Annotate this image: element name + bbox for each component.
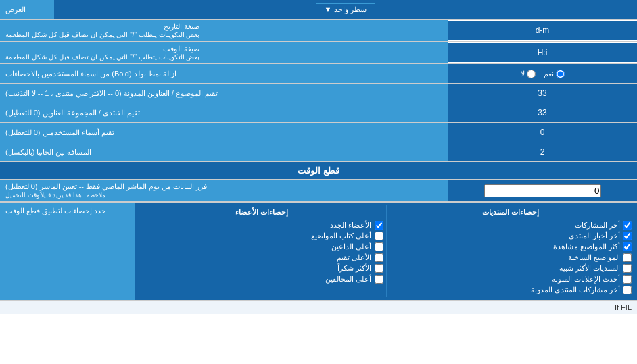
bold-remove-yes-label[interactable]: نعم bbox=[544, 70, 565, 78]
time-format-main-label: صيغة الوقت bbox=[5, 45, 199, 53]
date-format-main-label: صيغة التاريخ bbox=[5, 22, 199, 31]
stat-member-4-cb[interactable] bbox=[375, 253, 383, 262]
stat-member-6: أعلى المخالفين bbox=[141, 275, 383, 284]
stat-forum-2-label: أخر أخبار المنتدى bbox=[569, 232, 620, 240]
stat-member-4-label: الأعلى تقيم bbox=[337, 253, 371, 262]
cutoff-input-container bbox=[448, 180, 637, 201]
forum-pagination-input[interactable] bbox=[450, 108, 634, 118]
stat-forum-3-label: أكثر المواضيع مشاهدة bbox=[553, 242, 620, 251]
stat-member-5-label: الأكثر شكراً bbox=[337, 264, 371, 273]
date-format-label: صيغة التاريخ بعض التكوينات يتطلب "/" الت… bbox=[0, 20, 448, 41]
bold-no-text: لا bbox=[521, 70, 525, 78]
stats-section-label: حدد إحصاءات لتطبيق قطع الوقت bbox=[0, 203, 135, 300]
cutoff-main-label: فرز البيانات من يوم الماشر الماضي فقط --… bbox=[5, 182, 207, 191]
stat-forum-5: المنتديات الأكثر شبية bbox=[390, 264, 632, 273]
stat-member-2-cb[interactable] bbox=[375, 232, 383, 240]
time-format-sub-label: بعض التكوينات يتطلب "/" التي يمكن ان تضا… bbox=[5, 53, 199, 61]
forum-pagination-label: تقيم الفنتدى / المجموعة العناوين (0 للتع… bbox=[0, 103, 448, 122]
stats-label-text: حدد إحصاءات لتطبيق قطع الوقت bbox=[5, 207, 106, 215]
stat-forum-3: أكثر المواضيع مشاهدة bbox=[390, 242, 632, 251]
stat-forum-7-label: أخر مشاركات المنتدى المدونة bbox=[531, 286, 620, 294]
stat-forum-1-cb[interactable] bbox=[623, 221, 632, 230]
stat-member-1-label: الأعضاء الجدد bbox=[330, 221, 371, 230]
stat-member-6-label: أعلى المخالفين bbox=[325, 275, 371, 284]
stat-member-1: الأعضاء الجدد bbox=[141, 221, 383, 230]
stat-forum-6: أحدث الإعلانات المبونة bbox=[390, 275, 632, 284]
checkbox-group: إحصاءات المنتديات أخر المشاركات أخر أخبا… bbox=[135, 203, 637, 300]
stat-member-3: أعلى الداعين bbox=[141, 242, 383, 251]
bold-remove-options: نعم لا bbox=[448, 64, 637, 83]
cutoff-sub-label: ملاحظة : هذا قد يزيد قليلاً وقت التحميل bbox=[5, 191, 105, 199]
cutoff-header-text: قطع الوقت bbox=[298, 165, 339, 176]
forum-pagination-row: تقيم الفنتدى / المجموعة العناوين (0 للتع… bbox=[0, 103, 637, 123]
bold-remove-no-radio[interactable] bbox=[527, 70, 536, 78]
cutoff-row: فرز البيانات من يوم الماشر الماضي فقط --… bbox=[0, 180, 637, 202]
date-format-input[interactable] bbox=[450, 26, 634, 35]
stat-member-6-cb[interactable] bbox=[375, 275, 383, 284]
topic-pagination-label-text: تقيم الموضوع / العناوين المدونة (0 -- ال… bbox=[5, 89, 218, 98]
stat-member-3-label: أعلى الداعين bbox=[331, 242, 371, 251]
forum-pagination-input-container bbox=[448, 103, 637, 122]
stat-forum-2-cb[interactable] bbox=[623, 232, 632, 240]
forums-stats-col: إحصاءات المنتديات أخر المشاركات أخر أخبا… bbox=[387, 205, 635, 297]
stat-forum-6-cb[interactable] bbox=[623, 275, 632, 284]
gap-pages-label: المسافة بين الخانيا (بالبكسل) bbox=[0, 142, 448, 161]
stat-forum-3-cb[interactable] bbox=[623, 242, 632, 251]
stat-member-1-cb[interactable] bbox=[375, 221, 383, 230]
cutoff-input[interactable] bbox=[484, 184, 601, 197]
time-format-label: صيغة الوقت بعض التكوينات يتطلب "/" التي … bbox=[0, 42, 448, 63]
bold-remove-no-label[interactable]: لا bbox=[521, 70, 536, 78]
user-names-input[interactable] bbox=[450, 128, 634, 137]
user-names-label: تقيم أسماء المستخدمين (0 للتعطيل) bbox=[0, 123, 448, 142]
gap-pages-input[interactable] bbox=[450, 147, 634, 157]
time-format-input[interactable] bbox=[450, 48, 634, 57]
stat-forum-1-label: أخر المشاركات bbox=[575, 221, 620, 230]
topic-pagination-input[interactable] bbox=[450, 88, 634, 98]
stat-forum-1: أخر المشاركات bbox=[390, 221, 632, 230]
dropdown-arrow: ▼ bbox=[325, 5, 332, 14]
stat-forum-4: المواضيع الساخنة bbox=[390, 253, 632, 262]
dropdown-value: سطر واحد bbox=[334, 5, 367, 14]
main-container: سطر واحد ▼ العرض صيغة التاريخ بعض التكوي… bbox=[0, 0, 637, 314]
bold-remove-yes-radio[interactable] bbox=[556, 70, 565, 78]
gap-pages-label-text: المسافة بين الخانيا (بالبكسل) bbox=[5, 148, 92, 157]
date-format-sub-label: بعض التكوينات يتطلب "/" التي يمكن ان تضا… bbox=[5, 31, 199, 38]
gap-pages-input-container bbox=[448, 142, 637, 161]
members-stats-col: إحصاءات الأعضاء الأعضاء الجدد أعلى كتاب … bbox=[138, 205, 386, 297]
bottom-text: If FIL bbox=[0, 300, 637, 314]
topic-pagination-label: تقيم الموضوع / العناوين المدونة (0 -- ال… bbox=[0, 84, 448, 103]
bold-remove-row: نعم لا ازالة نمط بولد (Bold) من اسماء ال… bbox=[0, 64, 637, 84]
bold-remove-label: ازالة نمط بولد (Bold) من اسماء المستخدمي… bbox=[0, 64, 448, 83]
cutoff-section-header: قطع الوقت bbox=[0, 162, 637, 180]
stat-forum-7-cb[interactable] bbox=[623, 286, 632, 294]
user-names-row: تقيم أسماء المستخدمين (0 للتعطيل) bbox=[0, 123, 637, 142]
stat-forum-7: أخر مشاركات المنتدى المدونة bbox=[390, 286, 632, 294]
top-label: العرض bbox=[0, 0, 54, 19]
date-format-input-container bbox=[448, 21, 637, 40]
stat-forum-5-cb[interactable] bbox=[623, 264, 632, 273]
stat-forum-4-label: المواضيع الساخنة bbox=[568, 253, 620, 262]
stat-member-3-cb[interactable] bbox=[375, 242, 383, 251]
time-format-row: صيغة الوقت بعض التكوينات يتطلب "/" التي … bbox=[0, 42, 637, 64]
forums-stats-col-header: إحصاءات المنتديات bbox=[390, 208, 632, 219]
display-dropdown[interactable]: سطر واحد ▼ bbox=[316, 3, 376, 16]
stat-member-2: أعلى كتاب المواضيع bbox=[141, 232, 383, 240]
time-format-input-container bbox=[448, 43, 637, 62]
stat-member-4: الأعلى تقيم bbox=[141, 253, 383, 262]
bold-yes-text: نعم bbox=[544, 70, 554, 78]
stat-member-2-label: أعلى كتاب المواضيع bbox=[311, 232, 371, 240]
bottom-text-content: If FIL bbox=[615, 303, 632, 311]
col-divider bbox=[386, 205, 387, 297]
stat-forum-2: أخر أخبار المنتدى bbox=[390, 232, 632, 240]
date-format-row: صيغة التاريخ بعض التكوينات يتطلب "/" الت… bbox=[0, 20, 637, 42]
top-row: سطر واحد ▼ العرض bbox=[0, 0, 637, 20]
user-names-input-container bbox=[448, 123, 637, 142]
bold-remove-label-text: ازالة نمط بولد (Bold) من اسماء المستخدمي… bbox=[5, 70, 176, 78]
stat-member-5-cb[interactable] bbox=[375, 264, 383, 273]
topic-pagination-input-container bbox=[448, 84, 637, 103]
user-names-label-text: تقيم أسماء المستخدمين (0 للتعطيل) bbox=[5, 128, 114, 137]
stat-forum-5-label: المنتديات الأكثر شبية bbox=[559, 264, 620, 273]
stat-forum-4-cb[interactable] bbox=[623, 253, 632, 262]
stats-section: إحصاءات المنتديات أخر المشاركات أخر أخبا… bbox=[0, 202, 637, 300]
stat-forum-6-label: أحدث الإعلانات المبونة bbox=[552, 275, 620, 284]
